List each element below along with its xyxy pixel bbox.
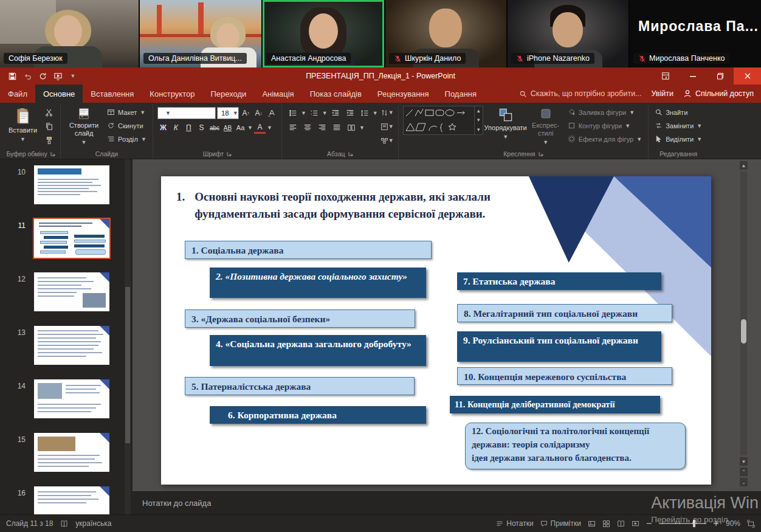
slide-box-6[interactable]: 6. Корпоративна держава [210, 406, 426, 424]
notes-pane[interactable]: Нотатки до слайда [133, 491, 761, 514]
tab-slideshow[interactable]: Показ слайдів [302, 85, 370, 103]
slide-thumbnail-11[interactable] [34, 219, 109, 258]
slide-box-5[interactable]: 5. Патерналістська держава [185, 377, 415, 395]
columns-button[interactable] [345, 122, 358, 134]
cut-button[interactable] [43, 106, 56, 119]
shape-fill-button[interactable]: Заливка фігури▼ [566, 106, 644, 118]
redo-button[interactable] [35, 69, 50, 83]
slide-box-9[interactable]: 9. Роулсіанський тип соціальної держави [457, 331, 661, 362]
shapes-gallery-scroll[interactable]: ▲▼▼ [474, 106, 483, 134]
underline-button[interactable]: П [183, 122, 195, 134]
tab-review[interactable]: Рецензування [370, 85, 437, 103]
next-slide-button[interactable]: ⌄ [740, 478, 748, 486]
sign-in-button[interactable]: Увійти [652, 89, 673, 98]
numbering-button[interactable] [308, 107, 321, 119]
slide-box-2[interactable]: 2. «Позитивна держава соціального захист… [210, 268, 426, 298]
tab-home[interactable]: Основне [35, 85, 83, 103]
zoom-out-button[interactable] [646, 520, 652, 527]
share-button[interactable]: Спільний доступ [683, 89, 754, 98]
slide-thumbnail-14[interactable] [34, 379, 109, 418]
paste-button[interactable]: Вставити▼ [5, 106, 40, 148]
minimize-button[interactable] [679, 67, 706, 85]
scroll-down-icon[interactable]: ▼ [740, 457, 748, 466]
slide-sorter-view-button[interactable] [602, 520, 610, 528]
qat-customize-icon[interactable]: ▼ [66, 69, 80, 83]
change-case-button[interactable]: Аа [235, 122, 246, 134]
panel-scrollbar[interactable] [125, 159, 131, 514]
line-spacing-button[interactable] [358, 107, 371, 119]
dialog-launcher-icon[interactable] [50, 151, 55, 156]
tab-animations[interactable]: Анімація [254, 85, 301, 103]
indent-decrease-button[interactable] [329, 107, 342, 119]
slide-thumbnail-16[interactable] [34, 486, 109, 514]
scroll-up-icon[interactable]: ▲ [740, 161, 748, 170]
save-button[interactable] [5, 69, 19, 83]
participant-tile[interactable]: Софія Березюк [0, 0, 139, 67]
indent-increase-button[interactable] [343, 107, 357, 119]
character-spacing-button[interactable]: АВ [222, 122, 233, 134]
maximize-button[interactable] [706, 67, 734, 85]
participant-tile[interactable]: Анастасія Андросова [263, 0, 384, 67]
slide-box-4[interactable]: 4. «Соціальна держава загального добробу… [210, 335, 426, 366]
reset-button[interactable]: Скинути [105, 120, 148, 131]
ribbon-display-options-button[interactable] [652, 67, 679, 85]
slide-box-7[interactable]: 7. Етатиська держава [457, 272, 661, 290]
notes-toggle-button[interactable]: Нотатки [496, 519, 533, 528]
quick-styles-button[interactable]: Експрес-стилі▼ [528, 106, 563, 148]
close-button[interactable] [734, 67, 761, 85]
canvas-scrollbar[interactable]: ▲ ▼ ⌃ ⌄ [740, 161, 748, 486]
tab-file[interactable]: Файл [0, 85, 35, 103]
align-center-button[interactable] [301, 122, 314, 134]
strikethrough-button[interactable]: abc [208, 122, 221, 134]
participant-tile[interactable]: Шкуркін Данило [385, 0, 506, 67]
zoom-slider-thumb[interactable] [693, 520, 695, 527]
dialog-launcher-icon[interactable] [227, 151, 232, 156]
normal-view-button[interactable] [588, 520, 596, 528]
justify-button[interactable] [330, 122, 343, 134]
select-button[interactable]: Виділити▼ [653, 133, 704, 145]
font-name-combo[interactable]: ▼ [157, 107, 216, 119]
layout-button[interactable]: Макет▼ [105, 106, 148, 118]
shapes-gallery[interactable]: ▲▼▼ [403, 106, 483, 135]
slide-thumbnail-12[interactable] [34, 272, 109, 311]
slide-box-12[interactable]: 12. Соціологічні та політологічні концеп… [465, 423, 686, 469]
bullets-button[interactable] [286, 107, 300, 119]
shape-effects-button[interactable]: Ефекти для фігур▼ [566, 133, 644, 145]
section-button[interactable]: Розділ▼ [105, 133, 148, 145]
slide-canvas[interactable]: 1. Основні наукові теорії походження дер… [133, 159, 761, 491]
reading-view-button[interactable] [617, 520, 625, 528]
replace-button[interactable]: Замінити▼ [653, 120, 704, 131]
font-size-combo[interactable]: 18▼ [217, 107, 239, 119]
align-text-button[interactable]: ▼ [380, 120, 394, 133]
tab-view[interactable]: Подання [437, 85, 485, 103]
shape-outline-button[interactable]: Контур фігури▼ [566, 120, 644, 131]
align-right-button[interactable] [315, 122, 329, 134]
text-direction-button[interactable]: ▼ [380, 106, 394, 119]
fit-to-window-button[interactable] [747, 520, 755, 528]
participant-tile[interactable]: Мирослава Па... Мирослава Панченко [630, 0, 761, 67]
align-left-button[interactable] [286, 122, 300, 134]
clear-formatting-button[interactable] [266, 107, 277, 119]
font-color-button[interactable]: А [254, 122, 266, 134]
format-painter-button[interactable] [43, 134, 56, 147]
dialog-launcher-icon[interactable] [539, 151, 543, 156]
new-slide-button[interactable]: Створити слайд▼ [65, 106, 103, 148]
text-shadow-button[interactable]: S [196, 122, 207, 134]
copy-button[interactable] [43, 120, 56, 133]
slide-thumbnail-13[interactable] [34, 326, 109, 365]
decrease-font-button[interactable]: А↓ [253, 107, 264, 119]
slide-box-10[interactable]: 10. Концепція мережевого суспільства [457, 367, 672, 385]
previous-slide-button[interactable]: ⌃ [740, 468, 748, 476]
italic-button[interactable]: К [170, 122, 182, 134]
tab-design[interactable]: Конструктор [142, 85, 202, 103]
slide-box-3[interactable]: 3. «Держава соціальної безпеки» [185, 309, 415, 328]
slideshow-view-button[interactable] [632, 520, 639, 528]
convert-to-smartart-button[interactable]: ▼ [380, 134, 394, 147]
arrange-button[interactable]: Упорядкувати▼ [486, 106, 526, 148]
tell-me-search[interactable]: Скажіть, що потрібно зробити... [519, 89, 642, 98]
slide-thumbnail-15[interactable] [34, 433, 109, 472]
dialog-launcher-icon[interactable] [348, 151, 353, 156]
comments-toggle-button[interactable]: Примітки [540, 519, 581, 528]
scrollbar-thumb[interactable] [741, 319, 746, 344]
increase-font-button[interactable]: А↑ [240, 107, 252, 119]
